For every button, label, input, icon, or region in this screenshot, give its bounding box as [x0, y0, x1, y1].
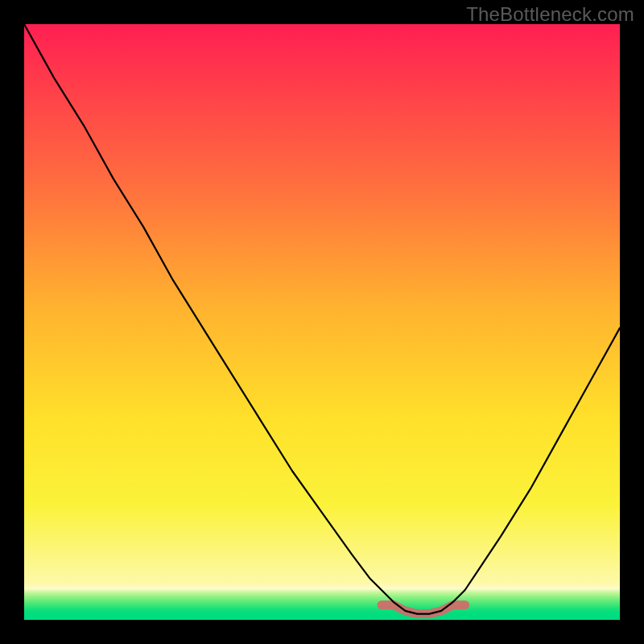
chart-frame: TheBottleneck.com [0, 0, 644, 644]
watermark-text: TheBottleneck.com [466, 3, 634, 26]
curve-svg [24, 24, 620, 620]
plot-area [24, 24, 620, 620]
valley-highlight [382, 605, 465, 614]
bottleneck-curve-path [24, 24, 620, 614]
